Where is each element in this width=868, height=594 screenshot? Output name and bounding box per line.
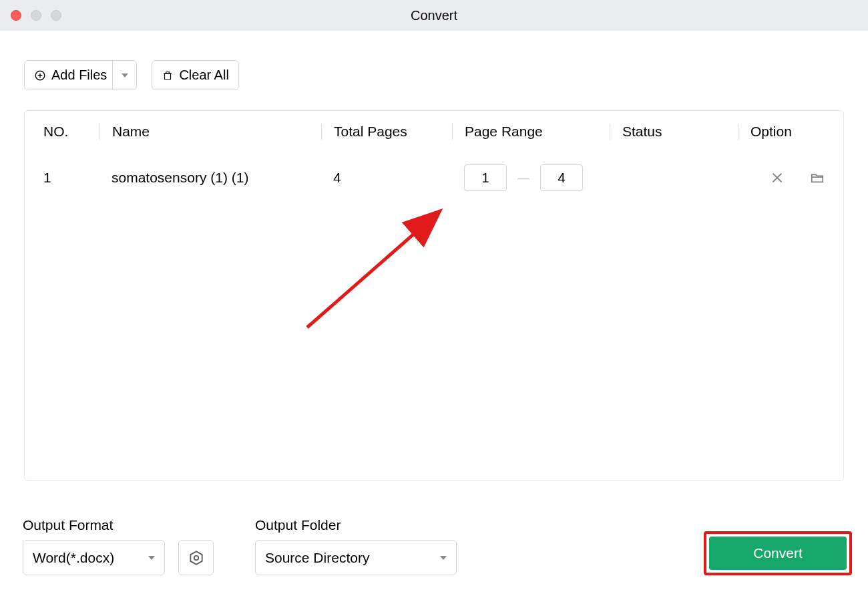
add-files-dropdown-toggle[interactable] <box>112 61 136 90</box>
window-controls <box>11 10 61 21</box>
th-status: Status <box>610 124 738 140</box>
output-folder-label: Output Folder <box>255 517 457 533</box>
th-page-range: Page Range <box>452 124 610 140</box>
output-folder-select[interactable]: Source Directory <box>255 540 457 575</box>
th-option: Option <box>738 124 843 140</box>
output-format-value: Word(*.docx) <box>33 550 114 566</box>
plus-circle-icon <box>34 69 46 82</box>
minimize-window-button[interactable] <box>31 10 41 21</box>
output-format-label: Output Format <box>23 517 239 533</box>
caret-down-icon <box>440 556 447 560</box>
caret-down-icon <box>148 556 155 560</box>
remove-row-button[interactable] <box>770 170 785 185</box>
format-settings-button[interactable] <box>178 540 214 575</box>
convert-highlight: Convert <box>704 531 852 575</box>
caret-down-icon <box>122 73 128 78</box>
td-name: somatosensory (1) (1) <box>99 170 321 186</box>
clear-all-button[interactable]: Clear All <box>152 60 238 90</box>
th-name: Name <box>99 124 321 140</box>
window-title: Convert <box>0 8 868 23</box>
settings-hex-icon <box>188 549 205 567</box>
convert-button[interactable]: Convert <box>709 537 847 570</box>
titlebar: Convert <box>0 0 868 31</box>
output-folder-group: Output Folder Source Directory <box>255 517 457 575</box>
td-total-pages: 4 <box>321 170 452 186</box>
open-folder-button[interactable] <box>810 170 825 185</box>
svg-marker-6 <box>190 551 202 565</box>
trash-icon <box>162 69 174 82</box>
toolbar: Add Files Clear All <box>24 60 844 90</box>
range-separator: — <box>517 171 529 185</box>
bottom-bar: Output Format Word(*.docx) Output Folder… <box>23 517 852 575</box>
convert-button-label: Convert <box>753 545 803 561</box>
output-format-group: Output Format Word(*.docx) <box>23 517 239 575</box>
table-row: 1 somatosensory (1) (1) 4 — <box>25 152 843 203</box>
add-files-button[interactable]: Add Files <box>24 60 137 90</box>
th-total-pages: Total Pages <box>321 124 452 140</box>
close-window-button[interactable] <box>11 10 21 21</box>
zoom-window-button[interactable] <box>51 10 61 21</box>
file-table: NO. Name Total Pages Page Range Status O… <box>24 110 844 481</box>
output-folder-value: Source Directory <box>265 550 369 566</box>
td-option <box>738 170 843 185</box>
td-no: 1 <box>43 170 99 186</box>
clear-all-label: Clear All <box>179 67 228 83</box>
page-range-from-input[interactable] <box>464 164 507 191</box>
page-range-to-input[interactable] <box>540 164 583 191</box>
td-page-range: — <box>452 164 610 191</box>
add-files-label: Add Files <box>51 67 107 83</box>
output-format-select[interactable]: Word(*.docx) <box>23 540 165 575</box>
svg-rect-3 <box>165 73 171 80</box>
svg-point-7 <box>194 555 198 560</box>
table-header: NO. Name Total Pages Page Range Status O… <box>25 111 843 152</box>
th-no: NO. <box>43 124 99 140</box>
